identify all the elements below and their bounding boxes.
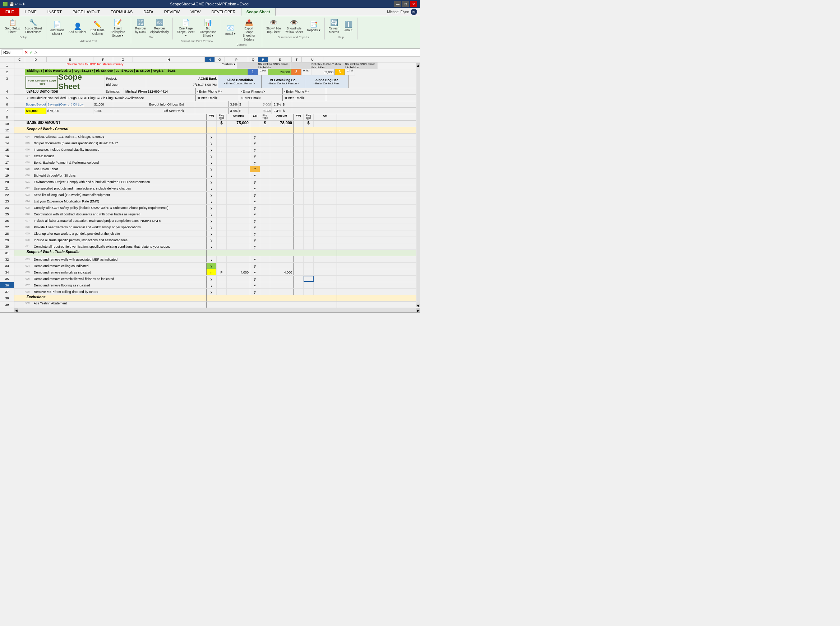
cell-yn1-26[interactable]: y: [207, 211, 217, 217]
cell-yn1-28[interactable]: y: [207, 224, 217, 230]
cell-yn2-18[interactable]: y: [250, 160, 260, 166]
cell-yn2-35[interactable]: y: [250, 269, 260, 275]
cell-yn2-36[interactable]: y: [250, 275, 260, 282]
col-header-q[interactable]: Q: [248, 57, 258, 62]
tab-data[interactable]: DATA: [138, 8, 159, 16]
refresh-macros-button[interactable]: 🔄 RefreshMacros: [327, 18, 341, 35]
tab-view[interactable]: VIEW: [185, 8, 206, 16]
cell-yn2-19[interactable]: ?: [250, 166, 260, 172]
add-trade-sheet-button[interactable]: 📄 Add TradeSheet ▾: [49, 18, 66, 39]
col-header-e[interactable]: E: [47, 57, 93, 62]
about-button[interactable]: ℹ️ About: [342, 18, 355, 35]
one-page-scope-button[interactable]: 📄 One PageScope Sheet ▾: [175, 18, 196, 39]
cell-yn2-33[interactable]: y: [250, 256, 260, 262]
tab-formulas[interactable]: FORMULAS: [105, 8, 138, 16]
col-header-n[interactable]: N: [205, 57, 215, 62]
cell-yn1-27[interactable]: y: [207, 218, 217, 224]
tab-developer[interactable]: DEVELOPER: [206, 8, 241, 16]
cell-yn2-24[interactable]: y: [250, 198, 260, 204]
cell-yn2-28[interactable]: y: [250, 224, 260, 230]
show-hide-top-button[interactable]: 👁️ Show/HideTop Sheet: [264, 18, 283, 35]
cell-yn1-38[interactable]: y: [207, 289, 217, 295]
cell-yn1-15[interactable]: y: [207, 140, 217, 146]
cell-yn2-21[interactable]: y: [250, 179, 260, 185]
edit-trade-column-button[interactable]: ✏️ Edit TradeColumn: [89, 18, 106, 39]
cell-yn2-38[interactable]: y: [250, 289, 260, 295]
cell-yn1-25[interactable]: y: [207, 205, 217, 211]
cell-yn2-37[interactable]: y: [250, 282, 260, 288]
col-header-u[interactable]: U: [302, 57, 323, 62]
cell-yn1-16[interactable]: y: [207, 146, 217, 153]
tab-review[interactable]: REVIEW: [159, 8, 185, 16]
col-header-p[interactable]: P: [225, 57, 248, 62]
budget-label[interactable]: Budget/Buyout: [25, 101, 47, 107]
bid-comparison-button[interactable]: 📊 Bid ComparisonSheet ▾: [197, 18, 219, 39]
cell-bid1-amount[interactable]: 79,000: [268, 69, 291, 75]
scroll-right[interactable]: ►: [416, 308, 420, 312]
cell-yn2-29[interactable]: y: [250, 230, 260, 236]
email-button[interactable]: 📧 Email ▾: [223, 18, 237, 42]
cell-yn2-23[interactable]: y: [250, 192, 260, 198]
cell-yn1-21[interactable]: y: [207, 179, 217, 185]
cell-reference[interactable]: R36: [2, 50, 23, 55]
cell-dbl1[interactable]: Dbl click to ONLY show this bidder: [257, 63, 290, 69]
cell-yn2-31[interactable]: y: [250, 243, 260, 249]
scroll-track[interactable]: [416, 67, 420, 304]
cell-yn1-29[interactable]: y: [207, 230, 217, 236]
col-header-h[interactable]: H: [133, 57, 205, 62]
cell-yn1-31[interactable]: y: [207, 243, 217, 249]
scroll-down[interactable]: ▼: [416, 304, 420, 307]
cell-yn1-23[interactable]: y: [207, 192, 217, 198]
formula-check-icon[interactable]: ✓: [30, 50, 33, 55]
col-header-r[interactable]: R: [258, 57, 268, 62]
cell-dbl2[interactable]: Dbl click to ONLY show this bidder: [311, 63, 344, 69]
tab-page-layout[interactable]: PAGE LAYOUT: [67, 8, 105, 16]
cell-yn1-30[interactable]: y: [207, 237, 217, 243]
cell-hide-bid[interactable]: Double click to HIDE bid stats/summary: [25, 63, 165, 69]
reorder-by-rank-button[interactable]: 🔢 Reorderby Rank: [133, 18, 148, 35]
vertical-scrollbar[interactable]: ▲ ▼: [416, 63, 420, 308]
insert-boilerplate-button[interactable]: 📝 Insert BoilerplateScope ▾: [107, 18, 129, 39]
cell-yn2-26[interactable]: y: [250, 211, 260, 217]
cell-yn1-17[interactable]: y: [207, 153, 217, 159]
cell-yn1-19[interactable]: y: [207, 166, 217, 172]
cell-dbl3[interactable]: Dbl click to ONLY show this biddder: [344, 63, 378, 69]
scope-functions-button[interactable]: 🔧 Scope SheetFunctions ▾: [23, 18, 44, 35]
tab-scope-sheet[interactable]: Scope Sheet: [241, 8, 276, 16]
cell-bid3-num[interactable]: 3: [335, 69, 345, 75]
cell-yn2-14[interactable]: y: [250, 133, 260, 139]
cell-yn1-18[interactable]: y: [207, 160, 217, 166]
goto-setup-button[interactable]: 📋 Goto SetupSheet: [3, 18, 22, 35]
cell-yn1-37[interactable]: y: [207, 282, 217, 288]
show-hide-yellow-button[interactable]: 👁️ Show/HideYellow Sheet: [283, 18, 305, 35]
cell-yn1-36[interactable]: y: [207, 275, 217, 282]
cell-yn1-14[interactable]: y: [207, 133, 217, 139]
cell-yn2-34[interactable]: y: [250, 263, 260, 269]
cell-bid2-amount[interactable]: 82,000: [311, 69, 335, 75]
cell-yn1-35[interactable]: n: [207, 269, 217, 275]
add-bidder-button[interactable]: 👤 Add a Bidder: [67, 18, 88, 39]
cell-bid1-num[interactable]: 1: [248, 69, 258, 75]
tab-home[interactable]: HOME: [19, 8, 42, 16]
col-header-t[interactable]: T: [292, 57, 302, 62]
formula-fx-icon[interactable]: fx: [35, 50, 38, 55]
col-header-o[interactable]: O: [215, 57, 225, 62]
col-header-c[interactable]: C: [14, 57, 25, 62]
scroll-up[interactable]: ▲: [416, 63, 420, 67]
cell-yn2-27[interactable]: y: [250, 218, 260, 224]
formula-input[interactable]: [39, 50, 419, 55]
minimize-button[interactable]: —: [394, 1, 401, 7]
reports-button[interactable]: 📑 Reports ▾: [305, 18, 322, 35]
hscroll-track[interactable]: ◄ ►: [14, 308, 420, 312]
maximize-button[interactable]: □: [402, 1, 409, 7]
h-track[interactable]: [18, 308, 416, 312]
tab-file[interactable]: FILE: [0, 8, 19, 16]
cell-yn1-22[interactable]: y: [207, 185, 217, 191]
col-header-g[interactable]: G: [113, 57, 133, 62]
col-header-f[interactable]: F: [93, 57, 113, 62]
cell-yn1-24[interactable]: y: [207, 198, 217, 204]
window-controls[interactable]: — □ ✕: [394, 1, 417, 7]
cell-yn2-30[interactable]: y: [250, 237, 260, 243]
cell-yn2-22[interactable]: y: [250, 185, 260, 191]
tab-insert[interactable]: INSERT: [42, 8, 67, 16]
